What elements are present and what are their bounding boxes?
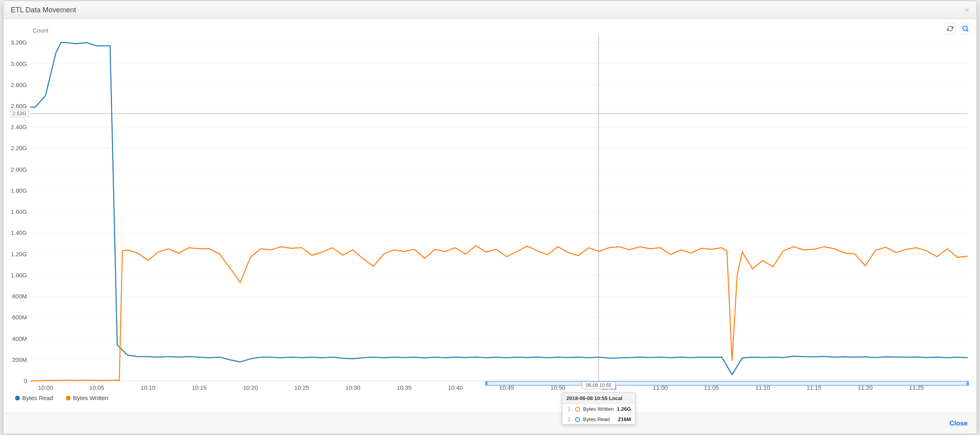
svg-text:3.20G: 3.20G	[11, 39, 27, 46]
svg-text:1.00G: 1.00G	[11, 272, 27, 278]
svg-text:10:10: 10:10	[141, 384, 156, 391]
tooltip-value: 1.26G	[617, 406, 631, 412]
refresh-button[interactable]	[945, 23, 956, 34]
svg-text:Count: Count	[33, 27, 49, 34]
svg-text:10:35: 10:35	[397, 384, 412, 391]
tooltip-title: 2018-06-08 10:55 Local	[562, 393, 635, 404]
modal-footer: Close	[4, 413, 976, 434]
svg-text:600M: 600M	[12, 314, 27, 321]
tooltip-row-1: 1. Bytes Written 1.26G	[562, 404, 635, 414]
svg-text:10:15: 10:15	[192, 384, 207, 391]
close-button[interactable]: Close	[949, 420, 968, 427]
chart-tooltip: 2018-06-08 10:55 Local 1. Bytes Written …	[562, 392, 635, 425]
svg-text:2.60G: 2.60G	[11, 102, 27, 109]
legend-label[interactable]: Bytes Read	[22, 394, 53, 401]
svg-line-1	[967, 30, 968, 31]
legend[interactable]: Bytes ReadBytes Written	[15, 394, 108, 401]
series-bytes-written	[30, 246, 968, 381]
chart-toolbar	[945, 23, 971, 34]
tooltip-value: 216M	[618, 416, 631, 422]
zoom-icon	[962, 25, 969, 32]
svg-text:800M: 800M	[12, 293, 27, 300]
modal-header: ETL Data Movement ×	[4, 1, 976, 19]
svg-text:2.20G: 2.20G	[11, 145, 27, 151]
svg-text:200M: 200M	[12, 356, 27, 363]
tooltip-swatch-icon	[575, 407, 580, 412]
brush-handle-right[interactable]	[967, 381, 969, 386]
y-axis: 0200M400M600M800M1.00G1.20G1.40G1.60G1.8…	[11, 39, 968, 384]
svg-text:1.20G: 1.20G	[11, 251, 27, 257]
chart-area[interactable]: 0200M400M600M800M1.00G1.20G1.40G1.60G1.8…	[8, 21, 972, 406]
range-brush[interactable]	[486, 381, 968, 385]
tooltip-series-name: Bytes Read	[583, 416, 615, 422]
modal-close-x[interactable]: ×	[965, 6, 969, 14]
svg-text:2.00G: 2.00G	[11, 166, 27, 173]
modal-title: ETL Data Movement	[11, 6, 76, 14]
legend-label[interactable]: Bytes Written	[73, 394, 108, 401]
legend-swatch-icon	[66, 396, 71, 400]
tooltip-swatch-icon	[575, 417, 580, 422]
svg-text:10:20: 10:20	[243, 384, 258, 391]
chart-svg[interactable]: 0200M400M600M800M1.00G1.20G1.40G1.60G1.8…	[8, 21, 972, 406]
brush-handle-left[interactable]	[485, 381, 487, 386]
svg-text:2.40G: 2.40G	[11, 124, 27, 130]
tooltip-series-name: Bytes Written	[583, 406, 614, 412]
tooltip-idx: 1.	[566, 406, 572, 412]
svg-text:1.60G: 1.60G	[11, 208, 27, 215]
zoom-button[interactable]	[960, 23, 971, 34]
svg-text:3.00G: 3.00G	[11, 60, 27, 67]
svg-text:1.80G: 1.80G	[11, 187, 27, 194]
svg-text:06-08 10:55: 06-08 10:55	[586, 383, 611, 388]
svg-text:0: 0	[24, 377, 27, 384]
refresh-icon	[947, 25, 953, 32]
svg-text:400M: 400M	[12, 335, 27, 342]
svg-text:1.40G: 1.40G	[11, 229, 27, 236]
legend-swatch-icon	[15, 396, 20, 400]
series-bytes-read	[30, 43, 968, 375]
svg-text:10:30: 10:30	[345, 384, 360, 391]
svg-text:10:00: 10:00	[38, 384, 53, 391]
svg-text:10:05: 10:05	[89, 384, 104, 391]
svg-text:2.80G: 2.80G	[11, 81, 27, 88]
tooltip-row-2: 2. Bytes Read 216M	[562, 414, 635, 424]
svg-text:10:40: 10:40	[448, 384, 463, 391]
modal-dialog: ETL Data Movement ×	[3, 1, 977, 434]
tooltip-idx: 2.	[566, 416, 572, 422]
svg-text:2.53G: 2.53G	[12, 110, 26, 116]
svg-text:10:25: 10:25	[294, 384, 309, 391]
modal-body: 0200M400M600M800M1.00G1.20G1.40G1.60G1.8…	[4, 19, 976, 413]
